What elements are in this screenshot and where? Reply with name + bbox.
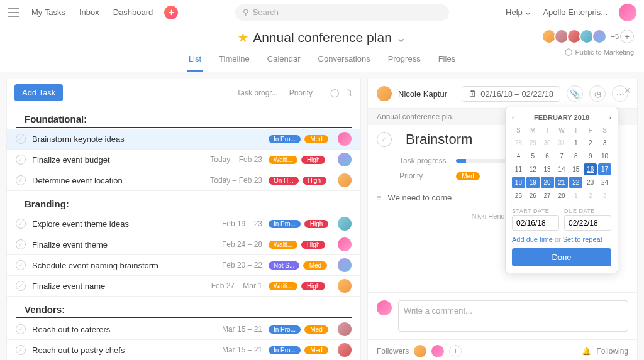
- calendar-day[interactable]: 30: [541, 137, 554, 149]
- priority-pill[interactable]: Med: [304, 135, 328, 143]
- assignee-name[interactable]: Nicole Kaptur: [398, 89, 455, 99]
- calendar-day[interactable]: 21: [555, 177, 569, 188]
- calendar-day[interactable]: 4: [512, 150, 525, 162]
- follower-avatar[interactable]: [431, 345, 444, 357]
- progress-pill[interactable]: In Pro...: [269, 220, 301, 228]
- column-task-progress[interactable]: Task progr...: [236, 89, 277, 97]
- calendar-day[interactable]: 18: [512, 177, 525, 188]
- task-checkbox[interactable]: ✓: [16, 260, 26, 270]
- section-header[interactable]: Vendors:: [16, 299, 352, 318]
- priority-pill[interactable]: Med: [456, 172, 480, 180]
- subtask-icon[interactable]: ◷: [589, 85, 606, 102]
- task-checkbox[interactable]: ✓: [16, 345, 26, 355]
- task-checkbox[interactable]: ✓: [16, 239, 26, 249]
- nav-dashboard[interactable]: Dashboard: [113, 8, 153, 17]
- task-row[interactable]: ✓Finalize event nameFeb 27 – Mar 1Waiti.…: [7, 276, 360, 297]
- calendar-day[interactable]: 5: [526, 150, 540, 162]
- priority-pill[interactable]: Med: [304, 325, 328, 334]
- task-row[interactable]: ✓Brainstorm keynote ideasIn Pro...Med: [7, 129, 360, 150]
- priority-pill[interactable]: High: [301, 241, 325, 249]
- add-member-button[interactable]: +: [620, 30, 634, 43]
- column-priority[interactable]: Priority: [289, 89, 313, 97]
- priority-pill[interactable]: High: [301, 282, 325, 290]
- tab-timeline[interactable]: Timeline: [218, 50, 251, 72]
- task-checkbox[interactable]: ✓: [16, 155, 26, 165]
- next-month-button[interactable]: ›: [609, 114, 611, 121]
- assignee-avatar[interactable]: [338, 322, 352, 336]
- calendar-day[interactable]: 7: [555, 150, 569, 162]
- calendar-day[interactable]: 26: [526, 190, 540, 202]
- task-row[interactable]: ✓Finalize event themeFeb 24 – 28Waiti...…: [7, 234, 360, 255]
- task-row[interactable]: ✓Schedule event naming brainstormFeb 20 …: [7, 255, 360, 276]
- assignee-icon[interactable]: ◯: [330, 88, 340, 97]
- menu-icon[interactable]: [8, 8, 19, 17]
- tab-files[interactable]: Files: [437, 50, 457, 72]
- search-input[interactable]: ⚲ Search: [235, 4, 449, 21]
- task-row[interactable]: ✓Finalize event budgetToday – Feb 23Wait…: [7, 150, 360, 170]
- progress-pill[interactable]: Not S...: [269, 261, 299, 270]
- complete-checkbox[interactable]: ✓: [377, 132, 392, 147]
- add-due-time-link[interactable]: Add due time: [512, 236, 553, 243]
- filter-icon[interactable]: ⇅: [346, 88, 353, 97]
- progress-pill[interactable]: On H...: [269, 177, 299, 185]
- nav-help[interactable]: Help ⌄: [506, 8, 531, 17]
- nav-inbox[interactable]: Inbox: [79, 8, 99, 17]
- calendar-day[interactable]: 12: [526, 163, 540, 175]
- progress-pill[interactable]: Waiti...: [269, 282, 297, 290]
- calendar-day[interactable]: 31: [555, 137, 569, 149]
- prev-month-button[interactable]: ‹: [512, 114, 514, 121]
- close-icon[interactable]: ×: [624, 84, 631, 97]
- progress-pill[interactable]: In Pro...: [269, 325, 301, 334]
- calendar-day[interactable]: 20: [541, 177, 554, 188]
- calendar-day[interactable]: 3: [598, 190, 611, 202]
- calendar-day[interactable]: 28: [512, 137, 525, 149]
- assignee-avatar[interactable]: [338, 153, 352, 166]
- priority-pill[interactable]: Med: [303, 261, 327, 270]
- calendar-day[interactable]: 13: [541, 163, 554, 175]
- calendar-day[interactable]: 2: [584, 190, 597, 202]
- tab-progress[interactable]: Progress: [387, 50, 422, 72]
- progress-pill[interactable]: In Pro...: [269, 346, 301, 354]
- section-header[interactable]: Branding:: [16, 194, 352, 212]
- calendar-day[interactable]: 1: [569, 137, 582, 149]
- calendar-day[interactable]: 22: [569, 177, 582, 188]
- comment-input[interactable]: Write a comment...: [398, 300, 628, 332]
- calendar-day[interactable]: 2: [584, 137, 597, 149]
- nav-my-tasks[interactable]: My Tasks: [31, 8, 65, 17]
- follower-avatar[interactable]: [414, 345, 426, 357]
- priority-pill[interactable]: High: [304, 220, 328, 228]
- member-avatar[interactable]: [592, 29, 607, 44]
- following-toggle[interactable]: Following: [596, 347, 628, 356]
- calendar-day[interactable]: 19: [526, 177, 540, 188]
- progress-pill[interactable]: Waiti...: [269, 156, 297, 164]
- start-date-input[interactable]: [512, 215, 559, 231]
- add-follower-button[interactable]: +: [449, 345, 462, 357]
- due-date-input[interactable]: [564, 215, 611, 231]
- task-row[interactable]: ✓Explore event theme ideasFeb 19 – 23In …: [7, 214, 360, 234]
- calendar-day[interactable]: 14: [555, 163, 569, 175]
- star-icon[interactable]: ★: [237, 30, 249, 45]
- calendar-day[interactable]: 28: [555, 190, 569, 202]
- calendar-day[interactable]: 10: [598, 150, 611, 162]
- attachment-icon[interactable]: 📎: [567, 85, 583, 102]
- assignee-avatar[interactable]: [338, 279, 352, 293]
- task-description[interactable]: We need to come: [388, 193, 452, 202]
- progress-pill[interactable]: Waiti...: [269, 241, 297, 249]
- calendar-day[interactable]: 24: [598, 177, 611, 188]
- calendar-day[interactable]: 6: [541, 150, 554, 162]
- assignee-avatar[interactable]: [338, 173, 352, 187]
- calendar-day[interactable]: 27: [541, 190, 554, 202]
- tab-conversations[interactable]: Conversations: [317, 50, 372, 72]
- task-row[interactable]: ✓Reach out to caterersMar 15 – 21In Pro.…: [7, 319, 360, 340]
- calendar-day[interactable]: 23: [584, 177, 597, 188]
- task-row[interactable]: ✓Determine event locationToday – Feb 23O…: [7, 170, 360, 191]
- chevron-down-icon[interactable]: ⌄: [396, 30, 407, 45]
- calendar-day[interactable]: 29: [526, 137, 540, 149]
- priority-pill[interactable]: Med: [304, 346, 328, 354]
- calendar-day[interactable]: 17: [598, 163, 611, 175]
- members-more[interactable]: +5: [611, 33, 619, 40]
- done-button[interactable]: Done: [512, 248, 611, 266]
- tab-calendar[interactable]: Calendar: [266, 50, 302, 72]
- assignee-avatar[interactable]: [338, 258, 352, 272]
- user-avatar[interactable]: [619, 4, 636, 21]
